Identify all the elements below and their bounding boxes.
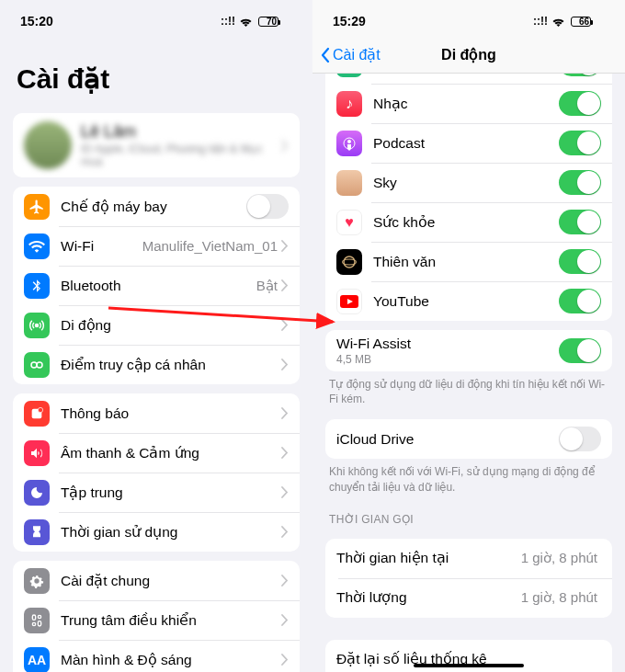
- toggle[interactable]: [559, 74, 601, 76]
- cell-value: Bật: [256, 278, 278, 294]
- chevron-icon: [281, 575, 289, 587]
- g2-cell[interactable]: Tập trung: [13, 473, 300, 512]
- app-label: Nhạc: [373, 96, 559, 112]
- icloud-drive-toggle[interactable]: [559, 427, 601, 451]
- g1-cell[interactable]: Chế độ máy bay: [13, 187, 300, 226]
- status-bar: 15:29 ::!! 66: [312, 0, 625, 37]
- cell-label: Cài đặt chung: [61, 573, 281, 589]
- cellular-settings-screen: 15:29 ::!! 66 Cài đặt Di động ♪NhạcPodca…: [312, 0, 625, 672]
- app-cell-partial[interactable]: [325, 74, 612, 84]
- settings-root-screen: 15:20 ::!! 70 Cài đặt Lê Lâm ID Apple, i…: [0, 0, 312, 672]
- svg-point-1: [31, 362, 37, 368]
- apps-cellular-group: ♪NhạcPodcastSky♥Sức khỏeThiên vănYouTube: [325, 74, 612, 321]
- apple-id-cell[interactable]: Lê Lâm ID Apple, iCloud, Phương tiện & M…: [13, 113, 300, 177]
- notifications-group: Thông báoÂm thanh & Cảm ứngTập trungThời…: [13, 393, 300, 552]
- g2-cell[interactable]: Thời gian sử dụng: [13, 512, 300, 552]
- settings-title: Cài đặt: [0, 37, 312, 104]
- home-indicator[interactable]: [414, 664, 524, 667]
- toggle[interactable]: [246, 194, 289, 219]
- call-time-cell: Thời gian hiện tại1 giờ, 8 phút: [325, 539, 612, 578]
- sky-icon: [336, 170, 362, 196]
- chevron-icon: [281, 240, 289, 252]
- podcast-icon: [336, 131, 362, 156]
- g2-cell[interactable]: Thông báo: [13, 393, 300, 433]
- cell-label: Màn hình & Độ sáng: [61, 652, 281, 668]
- status-icons: ::!! 66: [533, 15, 605, 28]
- antenna-icon: [24, 313, 50, 338]
- status-time: 15:20: [20, 14, 53, 28]
- g3-cell[interactable]: AAMàn hình & Độ sáng: [13, 640, 300, 672]
- chevron-icon: [281, 614, 289, 626]
- focus-icon: [24, 480, 50, 506]
- cell-label: Trung tâm điều khiển: [61, 612, 281, 629]
- cell-label: Âm thanh & Cảm ứng: [61, 445, 281, 461]
- app-cellular-cell[interactable]: Podcast: [325, 123, 612, 163]
- app-cellular-cell[interactable]: Sky: [325, 163, 612, 202]
- bluetooth-icon: [24, 273, 50, 299]
- g1-cell[interactable]: Wi-FiManulife_VietNam_01: [13, 226, 300, 266]
- astronomy-icon: [336, 249, 362, 275]
- g1-cell[interactable]: Điểm truy cập cá nhân: [13, 345, 300, 384]
- wifi-assist-sub: 4,5 MB: [336, 353, 559, 366]
- chevron-icon: [281, 319, 289, 331]
- app-icon: [336, 74, 362, 77]
- call-time-cell: Thời lượng1 giờ, 8 phút: [325, 578, 612, 618]
- app-cellular-cell[interactable]: Thiên văn: [325, 242, 612, 281]
- wifi-assist-cell[interactable]: Wi-Fi Assist 4,5 MB: [325, 330, 612, 371]
- toggle[interactable]: [559, 289, 601, 313]
- youtube-icon: [336, 289, 362, 314]
- icloud-drive-group: iCloud Drive: [325, 419, 612, 459]
- app-label: Podcast: [373, 135, 559, 152]
- toggle[interactable]: [559, 131, 601, 155]
- app-cellular-cell[interactable]: YouTube: [325, 281, 612, 321]
- g2-cell[interactable]: Âm thanh & Cảm ứng: [13, 433, 300, 473]
- chevron-icon: [281, 526, 289, 538]
- cell-label: Thông báo: [61, 405, 281, 422]
- app-cellular-cell[interactable]: ♥Sức khỏe: [325, 202, 612, 242]
- app-cellular-cell[interactable]: ♪Nhạc: [325, 84, 612, 123]
- call-time-value: 1 giờ, 8 phút: [521, 550, 597, 566]
- profile-subtitle: ID Apple, iCloud, Phương tiện & Mục mua: [81, 142, 281, 168]
- chevron-left-icon: [320, 47, 331, 63]
- profile-name: Lê Lâm: [81, 122, 281, 142]
- control-center-icon: [24, 608, 50, 633]
- cell-label: Tập trung: [61, 484, 281, 501]
- profile-group: Lê Lâm ID Apple, iCloud, Phương tiện & M…: [13, 113, 300, 177]
- svg-point-7: [32, 622, 35, 625]
- chevron-icon: [281, 447, 289, 459]
- chevron-icon: [281, 407, 289, 419]
- svg-point-15: [344, 256, 355, 268]
- wifi-assist-label: Wi-Fi Assist: [336, 336, 559, 352]
- music-icon: ♪: [336, 91, 362, 117]
- cell-label: Wi-Fi: [61, 238, 142, 255]
- chevron-icon: [281, 359, 289, 370]
- screentime-icon: [24, 519, 50, 545]
- icloud-drive-label: iCloud Drive: [336, 431, 559, 448]
- cell-label: Chế độ máy bay: [61, 199, 246, 215]
- icloud-drive-cell[interactable]: iCloud Drive: [325, 419, 612, 459]
- g3-cell[interactable]: Cài đặt chung: [13, 561, 300, 600]
- toggle[interactable]: [559, 91, 601, 116]
- g1-cell[interactable]: Di động: [13, 305, 300, 345]
- g1-cell[interactable]: BluetoothBật: [13, 266, 300, 305]
- health-icon: ♥: [336, 210, 362, 235]
- svg-point-13: [347, 140, 351, 143]
- g3-cell[interactable]: Trung tâm điều khiển: [13, 600, 300, 640]
- svg-point-4: [38, 407, 42, 412]
- sounds-icon: [24, 440, 50, 466]
- toggle[interactable]: [559, 170, 601, 195]
- wifi-assist-toggle[interactable]: [559, 338, 601, 363]
- toggle[interactable]: [559, 210, 601, 234]
- call-time-label: Thời gian hiện tại: [336, 550, 521, 566]
- call-time-label: Thời lượng: [336, 589, 521, 606]
- app-label: Sức khỏe: [373, 214, 559, 231]
- app-label: Thiên văn: [373, 254, 559, 270]
- toggle[interactable]: [559, 249, 601, 274]
- cell-label: Điểm truy cập cá nhân: [61, 357, 281, 373]
- svg-rect-8: [38, 621, 40, 625]
- back-button[interactable]: Cài đặt: [320, 46, 381, 63]
- call-time-group: Thời gian hiện tại1 giờ, 8 phútThời lượn…: [325, 539, 612, 618]
- wifi-icon: [24, 233, 50, 259]
- chevron-icon: [281, 654, 289, 666]
- call-time-header: THỜI GIAN GỌI: [312, 498, 625, 530]
